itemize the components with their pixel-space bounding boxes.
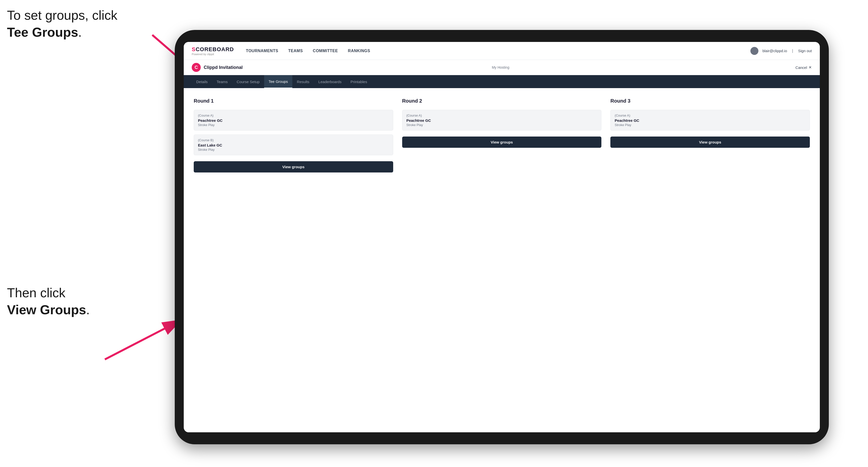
round-2-title: Round 2	[402, 98, 601, 104]
round-1-course-a-format: Stroke Play	[198, 123, 389, 127]
logo-area: SCOREBOARD Powered by clippit	[192, 46, 234, 56]
instruction-bottom-line2: View Groups.	[7, 302, 90, 318]
tab-tee-groups[interactable]: Tee Groups	[264, 75, 292, 88]
round-3-course-a-label: (Course A)	[615, 114, 806, 117]
round-1-course-b-label: (Course B)	[198, 138, 389, 142]
instruction-bottom-line1: Then click	[7, 284, 90, 302]
tablet-device: SCOREBOARD Powered by clippit TOURNAMENT…	[175, 30, 829, 444]
tournament-logo: C	[192, 63, 201, 72]
round-1-course-b-name: East Lake GC	[198, 143, 389, 147]
tablet-screen: SCOREBOARD Powered by clippit TOURNAMENT…	[184, 42, 820, 432]
round-2-view-groups-button[interactable]: View groups	[402, 136, 601, 148]
round-1-course-a-card: (Course A) Peachtree GC Stroke Play	[194, 110, 393, 130]
nav-links: TOURNAMENTS TEAMS COMMITTEE RANKINGS	[246, 49, 750, 53]
tab-details[interactable]: Details	[192, 75, 212, 88]
sign-out-link[interactable]: Sign out	[798, 49, 812, 53]
user-email: blair@clippd.io	[763, 49, 787, 53]
instruction-view-groups: View Groups	[7, 303, 86, 317]
round-1-column: Round 1 (Course A) Peachtree GC Stroke P…	[194, 98, 393, 173]
round-3-column: Round 3 (Course A) Peachtree GC Stroke P…	[610, 98, 810, 173]
tab-results[interactable]: Results	[292, 75, 314, 88]
tournament-hosting: My Hosting	[492, 65, 509, 69]
tab-leaderboards[interactable]: Leaderboards	[314, 75, 346, 88]
nav-rankings[interactable]: RANKINGS	[348, 49, 370, 53]
close-icon: ✕	[809, 65, 812, 70]
svg-line-3	[105, 319, 182, 360]
rounds-grid: Round 1 (Course A) Peachtree GC Stroke P…	[194, 98, 810, 173]
avatar	[750, 47, 758, 55]
round-2-course-a-card: (Course A) Peachtree GC Stroke Play	[402, 110, 601, 130]
tournament-name: Clippd Invitational	[204, 65, 490, 70]
sub-nav: Details Teams Course Setup Tee Groups Re…	[184, 75, 820, 88]
instruction-top: To set groups, click Tee Groups.	[7, 7, 117, 41]
round-1-course-b-card: (Course B) East Lake GC Stroke Play	[194, 134, 393, 155]
round-1-course-a-name: Peachtree GC	[198, 118, 389, 123]
instruction-top-punct: .	[78, 25, 82, 39]
round-3-course-a-name: Peachtree GC	[615, 118, 806, 123]
instruction-top-line1: To set groups, click	[7, 7, 117, 24]
tab-teams[interactable]: Teams	[212, 75, 232, 88]
logo-sub: Powered by clippit	[192, 53, 234, 56]
nav-tournaments[interactable]: TOURNAMENTS	[246, 49, 278, 53]
round-1-course-b-format: Stroke Play	[198, 148, 389, 152]
instruction-top-line2: Tee Groups.	[7, 24, 117, 41]
instruction-tee-groups: Tee Groups	[7, 25, 78, 39]
round-2-course-a-format: Stroke Play	[406, 123, 597, 127]
main-content: Round 1 (Course A) Peachtree GC Stroke P…	[184, 88, 820, 432]
nav-teams[interactable]: TEAMS	[288, 49, 303, 53]
tab-course-setup[interactable]: Course Setup	[232, 75, 264, 88]
round-2-column: Round 2 (Course A) Peachtree GC Stroke P…	[402, 98, 601, 173]
round-3-course-a-format: Stroke Play	[615, 123, 806, 127]
cancel-label: Cancel	[795, 65, 807, 70]
round-2-course-a-name: Peachtree GC	[406, 118, 597, 123]
nav-right: blair@clippd.io | Sign out	[750, 47, 812, 55]
instruction-bottom: Then click View Groups.	[7, 284, 90, 318]
round-3-course-a-card: (Course A) Peachtree GC Stroke Play	[610, 110, 810, 130]
nav-committee[interactable]: COMMITTEE	[313, 49, 338, 53]
tournament-bar: C Clippd Invitational My Hosting Cancel …	[184, 60, 820, 75]
round-3-title: Round 3	[610, 98, 810, 104]
logo-c: S	[192, 46, 196, 53]
logo-text: SCOREBOARD	[192, 46, 234, 53]
round-1-course-a-label: (Course A)	[198, 114, 389, 117]
separator: |	[792, 49, 793, 53]
round-1-view-groups-button[interactable]: View groups	[194, 161, 393, 173]
cancel-button[interactable]: Cancel ✕	[795, 65, 812, 70]
top-nav: SCOREBOARD Powered by clippit TOURNAMENT…	[184, 42, 820, 60]
round-1-title: Round 1	[194, 98, 393, 104]
round-2-course-a-label: (Course A)	[406, 114, 597, 117]
tab-printables[interactable]: Printables	[346, 75, 372, 88]
logo-full: COREBOARD	[196, 46, 234, 53]
round-3-view-groups-button[interactable]: View groups	[610, 136, 810, 148]
instruction-bottom-punct: .	[86, 303, 90, 317]
